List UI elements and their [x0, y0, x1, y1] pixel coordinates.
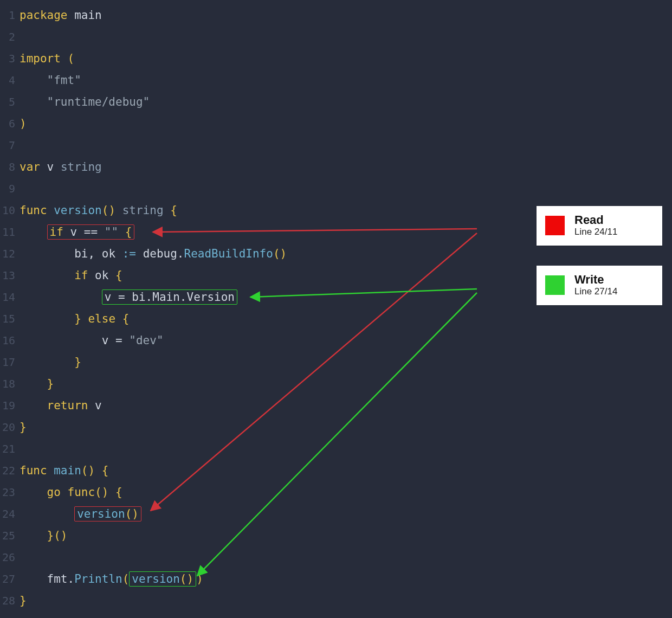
token: v: [105, 291, 118, 304]
token: ): [196, 572, 203, 585]
token: .: [180, 291, 187, 304]
code-content[interactable]: version(): [20, 506, 141, 522]
line-number: 6: [0, 117, 20, 130]
code-content[interactable]: }: [20, 594, 27, 607]
code-line[interactable]: 21: [0, 438, 672, 460]
code-content[interactable]: "runtime/debug": [20, 95, 150, 108]
code-content[interactable]: var v string: [20, 160, 102, 173]
token: .: [177, 247, 184, 260]
token: }(): [47, 529, 68, 542]
token: [20, 572, 47, 585]
line-number: 24: [0, 507, 20, 520]
code-line[interactable]: 28}: [0, 590, 672, 611]
code-content[interactable]: }(): [20, 529, 68, 542]
code-line[interactable]: 5 "runtime/debug": [0, 91, 672, 113]
code-line[interactable]: 22func main() {: [0, 460, 672, 481]
code-content[interactable]: v = "dev": [20, 334, 164, 347]
line-number: 16: [0, 334, 20, 347]
token: else: [88, 312, 122, 325]
line-number: 7: [0, 139, 20, 152]
line-number: 28: [0, 594, 20, 607]
code-content[interactable]: ): [20, 117, 27, 130]
line-number: 1: [0, 9, 20, 22]
token: "": [105, 226, 125, 239]
line-number: 8: [0, 160, 20, 173]
token: v: [102, 334, 115, 347]
code-line[interactable]: 3import (: [0, 48, 672, 69]
token: ==: [84, 226, 105, 239]
token: go: [47, 486, 68, 499]
code-content[interactable]: }: [20, 421, 27, 434]
token: ReadBuildInfo: [184, 247, 273, 260]
token: bi: [132, 291, 145, 304]
code-content[interactable]: "fmt": [20, 74, 81, 87]
callout-read: Read Line 24/11: [537, 206, 662, 246]
code-line[interactable]: 26: [0, 546, 672, 568]
highlight-write: v = bi.Main.Version: [102, 289, 237, 305]
code-line[interactable]: 15 } else {: [0, 308, 672, 330]
code-line[interactable]: 19 return v: [0, 395, 672, 416]
token: {: [170, 204, 177, 217]
line-number: 17: [0, 356, 20, 369]
token: "runtime/debug": [47, 95, 150, 108]
code-content[interactable]: if ok {: [20, 269, 122, 282]
code-content[interactable]: }: [20, 356, 81, 369]
code-line[interactable]: 17 }: [0, 351, 672, 373]
token: .: [68, 572, 75, 585]
code-content[interactable]: }: [20, 377, 54, 390]
code-line[interactable]: 9: [0, 178, 672, 199]
line-number: 21: [0, 442, 20, 455]
code-content[interactable]: go func() {: [20, 486, 122, 499]
token: [20, 247, 74, 260]
code-line[interactable]: 23 go func() {: [0, 481, 672, 503]
code-line[interactable]: 2: [0, 26, 672, 48]
token: (): [125, 507, 139, 520]
token: {: [115, 269, 122, 282]
token: (): [95, 486, 115, 499]
token: (): [273, 247, 287, 260]
line-number: 5: [0, 95, 20, 108]
line-number: 26: [0, 551, 20, 564]
callout-write-title: Write: [574, 273, 617, 286]
code-line[interactable]: 16 v = "dev": [0, 330, 672, 351]
code-content[interactable]: return v: [20, 399, 102, 412]
code-line[interactable]: 8var v string: [0, 156, 672, 178]
line-number: 10: [0, 204, 20, 217]
code-line[interactable]: 20}: [0, 416, 672, 438]
code-line[interactable]: 18 }: [0, 373, 672, 395]
token: }: [20, 594, 27, 607]
token: func: [20, 464, 54, 477]
code-content[interactable]: if v == "" {: [20, 224, 134, 240]
code-line[interactable]: 12 bi, ok := debug.ReadBuildInfo(): [0, 243, 672, 265]
code-line[interactable]: 6): [0, 113, 672, 134]
token: import: [20, 52, 68, 65]
token: func: [68, 486, 95, 499]
token: {: [125, 226, 132, 239]
code-line[interactable]: 24 version(): [0, 503, 672, 525]
token: =: [115, 334, 129, 347]
code-line[interactable]: 7: [0, 134, 672, 156]
code-editor[interactable]: 1package main23import (4 "fmt"5 "runtime…: [0, 0, 672, 611]
code-content[interactable]: v = bi.Main.Version: [20, 289, 237, 305]
code-content[interactable]: } else {: [20, 312, 129, 325]
token: ): [20, 117, 27, 130]
code-line[interactable]: 4 "fmt": [0, 69, 672, 91]
callout-write: Write Line 27/14: [537, 266, 662, 305]
code-line[interactable]: 27 fmt.Println(version()): [0, 568, 672, 590]
code-line[interactable]: 25 }(): [0, 525, 672, 546]
code-line[interactable]: 1package main: [0, 4, 672, 26]
line-number: 9: [0, 182, 20, 195]
token: (): [102, 204, 122, 217]
token: ok: [95, 269, 115, 282]
code-content[interactable]: func version() string {: [20, 204, 177, 217]
code-content[interactable]: fmt.Println(version()): [20, 571, 203, 587]
line-number: 18: [0, 377, 20, 390]
highlight-write: version(): [129, 571, 196, 587]
code-content[interactable]: package main: [20, 9, 102, 22]
token: ok: [102, 247, 122, 260]
code-content[interactable]: func main() {: [20, 464, 108, 477]
code-content[interactable]: bi, ok := debug.ReadBuildInfo(): [20, 247, 287, 260]
token: fmt: [47, 572, 68, 585]
code-content[interactable]: import (: [20, 52, 74, 65]
token: [20, 356, 74, 369]
